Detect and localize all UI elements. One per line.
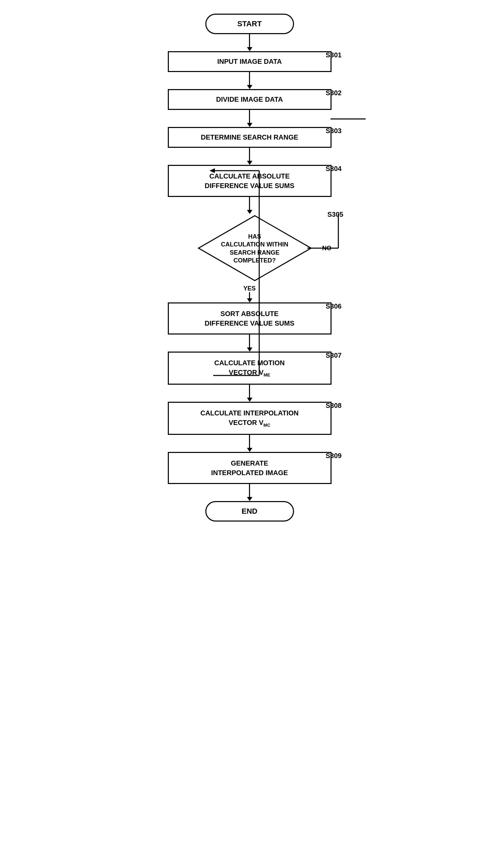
s302-section: DIVIDE IMAGE DATA S302 — [147, 89, 352, 110]
s304-tag: S304 — [326, 165, 342, 173]
s307-process: CALCULATE MOTIONVECTOR VME — [168, 352, 331, 385]
s308-section: CALCULATE INTERPOLATIONVECTOR VMC S308 — [147, 402, 352, 435]
arrow-s307-to-s308 — [247, 385, 252, 402]
s301-tag: S301 — [326, 51, 342, 59]
s301-section: INPUT IMAGE DATA S301 — [147, 51, 352, 72]
s303-section: DETERMINE SEARCH RANGE S303 — [147, 127, 352, 148]
s309-process: GENERATEINTERPOLATED IMAGE — [168, 452, 331, 484]
s309-section: GENERATEINTERPOLATED IMAGE S309 — [147, 452, 352, 484]
s301-label: INPUT IMAGE DATA — [217, 58, 282, 65]
s305-tag: S305 — [327, 211, 343, 218]
s302-label: DIVIDE IMAGE DATA — [216, 96, 283, 103]
s308-process: CALCULATE INTERPOLATIONVECTOR VMC — [168, 402, 331, 435]
s308-tag: S308 — [326, 402, 342, 409]
feedback-horizontal-top — [330, 118, 366, 119]
arrow-s304-to-s305 — [247, 197, 252, 214]
s307-tag: S307 — [326, 352, 342, 359]
arrow-s301-to-s302 — [247, 72, 252, 89]
s305-diamond-text: HASCALCULATION WITHINSEARCH RANGECOMPLET… — [221, 233, 289, 265]
s303-tag: S303 — [326, 127, 342, 135]
s306-tag: S306 — [326, 302, 342, 310]
arrow-s309-to-end — [247, 484, 252, 501]
no-label: NO — [322, 245, 331, 252]
s307-section: CALCULATE MOTIONVECTOR VME S307 — [147, 352, 352, 385]
s303-label: DETERMINE SEARCH RANGE — [201, 133, 299, 141]
arrow-start-to-s301 — [247, 34, 252, 51]
arrow-s303-to-s304 — [247, 148, 252, 165]
end-terminal: END — [205, 501, 294, 522]
flowchart: START INPUT IMAGE DATA S301 DIVIDE IMAGE… — [130, 14, 369, 522]
s302-tag: S302 — [326, 89, 342, 97]
s301-process: INPUT IMAGE DATA — [168, 51, 331, 72]
yes-label: YES — [243, 285, 255, 292]
s305-section: S305 HASCALCULATION WITHINSEARCH RANGECO… — [130, 214, 369, 302]
start-terminal: START — [205, 14, 294, 34]
arrow-s306-to-s307 — [247, 334, 252, 352]
s304-process: CALCULATE ABSOLUTEDIFFERENCE VALUE SUMS — [168, 165, 331, 197]
s309-tag: S309 — [326, 452, 342, 460]
s304-section: CALCULATE ABSOLUTEDIFFERENCE VALUE SUMS … — [147, 165, 352, 197]
s303-process: DETERMINE SEARCH RANGE — [168, 127, 331, 148]
s306-process: SORT ABSOLUTEDIFFERENCE VALUE SUMS — [168, 302, 331, 334]
s302-process: DIVIDE IMAGE DATA — [168, 89, 331, 110]
s306-section: SORT ABSOLUTEDIFFERENCE VALUE SUMS S306 — [147, 302, 352, 334]
arrow-s308-to-s309 — [247, 435, 252, 452]
